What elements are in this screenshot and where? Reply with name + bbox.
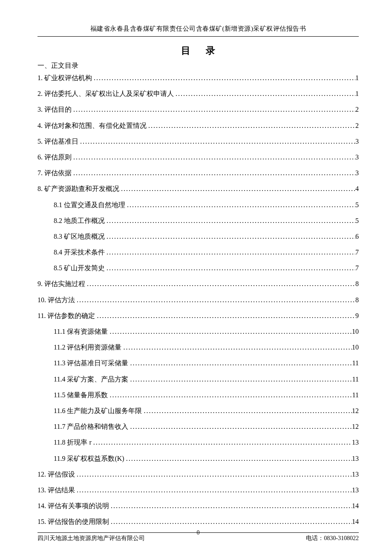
toc-entry: 11. 评估参数的确定 9 <box>37 311 359 321</box>
toc-entry: 5. 评估基准日 3 <box>37 136 359 147</box>
toc-entry-label: 11.7 产品价格和销售收入 <box>54 422 128 432</box>
toc-leader-dots <box>85 279 355 289</box>
toc-entry-label: 8.4 开采技术条件 <box>54 247 105 257</box>
toc-entry-label: 11.2 评估利用资源储量 <box>54 342 121 353</box>
toc-leader-dots <box>125 200 355 210</box>
toc-entry: 8. 矿产资源勘查和开发概况 4 <box>37 184 359 194</box>
toc-entry: 11.7 产品价格和销售收入 12 <box>37 422 359 432</box>
toc-entry-page: 12 <box>352 406 359 416</box>
toc-entry: 10. 评估方法 8 <box>37 295 359 305</box>
toc-entry-page: 7 <box>355 247 359 257</box>
toc-entry-label: 3. 评估目的 <box>37 104 72 115</box>
toc-entry-page: 5 <box>355 200 359 210</box>
toc-entry-page: 12 <box>352 422 359 432</box>
toc-entry-label: 11.6 生产能力及矿山服务年限 <box>54 406 142 416</box>
toc-entry: 8.5 矿山开发简史 7 <box>37 263 359 273</box>
toc-entry-label: 11.9 采矿权权益系数(K) <box>54 454 124 464</box>
toc-leader-dots <box>72 152 355 162</box>
toc-leader-dots <box>72 168 355 178</box>
toc-entry: 11.4 采矿方案、产品方案 11 <box>37 374 359 384</box>
footer-company: 四川天地源土地资源房地产评估有限公司 <box>37 535 145 542</box>
document-page: 福建省永春县含春煤矿有限责任公司含春煤矿(新增资源)采矿权评估报告书 目录 一、… <box>0 0 392 555</box>
toc-entry: 11.6 生产能力及矿山服务年限 12 <box>37 406 359 416</box>
toc-entry-label: 4. 评估对象和范围、有偿化处置情况 <box>37 121 147 131</box>
toc-entry-page: 13 <box>352 437 359 448</box>
toc-entry-page: 13 <box>352 454 359 464</box>
toc-list: 1. 矿业权评估机构 12. 评估委托人、采矿权出让人及采矿权申请人 13. 评… <box>37 73 359 527</box>
toc-entry-page: 14 <box>352 517 359 527</box>
toc-entry: 3. 评估目的 2 <box>37 104 359 115</box>
toc-leader-dots <box>121 342 352 353</box>
toc-entry-page: 8 <box>355 279 359 289</box>
toc-entry-page: 11 <box>352 374 359 384</box>
toc-entry-label: 8.3 矿区地质概况 <box>54 231 105 242</box>
toc-entry-label: 8.1 位置交通及自然地理 <box>54 200 125 210</box>
toc-entry-page: 4 <box>355 184 359 194</box>
toc-entry-page: 7 <box>355 263 359 273</box>
toc-entry: 11.9 采矿权权益系数(K) 13 <box>37 454 359 464</box>
toc-entry: 12. 评估假设 13 <box>37 469 359 480</box>
toc-entry: 11.3 评估基准日可采储量 11 <box>37 358 359 368</box>
toc-entry-page: 9 <box>355 311 359 321</box>
toc-leader-dots <box>108 390 352 400</box>
toc-entry-page: 3 <box>355 152 359 162</box>
toc-leader-dots <box>72 104 355 115</box>
toc-leader-dots <box>147 121 355 131</box>
page-header: 福建省永春县含春煤矿有限责任公司含春煤矿(新增资源)采矿权评估报告书 <box>37 25 359 35</box>
toc-leader-dots <box>75 485 352 495</box>
page-footer: 四川天地源土地资源房地产评估有限公司 0 电话：0830-3108022 <box>37 535 359 542</box>
toc-leader-dots <box>105 231 355 242</box>
toc-entry-page: 10 <box>352 342 359 353</box>
footer-page-number: 0 <box>197 529 200 536</box>
toc-entry-label: 2. 评估委托人、采矿权出让人及采矿权申请人 <box>37 89 174 99</box>
toc-entry: 2. 评估委托人、采矿权出让人及采矿权申请人 1 <box>37 89 359 99</box>
toc-entry-page: 13 <box>352 485 359 495</box>
toc-entry-label: 8.5 矿山开发简史 <box>54 263 105 273</box>
toc-leader-dots <box>95 311 355 321</box>
toc-entry: 6. 评估原则 3 <box>37 152 359 162</box>
header-divider <box>37 36 359 37</box>
toc-entry-label: 13. 评估结果 <box>37 485 75 495</box>
toc-entry-label: 11.3 评估基准日可采储量 <box>54 358 128 368</box>
section-heading: 一、正文目录 <box>37 61 359 70</box>
footer-phone: 电话：0830-3108022 <box>306 535 359 542</box>
toc-entry: 8.3 矿区地质概况 6 <box>37 231 359 242</box>
toc-leader-dots <box>92 73 355 83</box>
toc-entry-page: 13 <box>352 469 359 480</box>
toc-entry-label: 10. 评估方法 <box>37 295 75 305</box>
toc-entry: 8.4 开采技术条件 7 <box>37 247 359 257</box>
toc-entry-label: 11.4 采矿方案、产品方案 <box>54 374 128 384</box>
toc-leader-dots <box>128 358 352 368</box>
toc-entry-page: 11 <box>352 358 359 368</box>
toc-leader-dots <box>109 517 352 527</box>
toc-entry-page: 6 <box>355 231 359 242</box>
toc-entry: 9. 评估实施过程 8 <box>37 279 359 289</box>
toc-entry-label: 6. 评估原则 <box>37 152 72 162</box>
toc-entry: 11.8 折现率 r 13 <box>37 437 359 448</box>
toc-entry-label: 11. 评估参数的确定 <box>37 311 95 321</box>
toc-entry: 4. 评估对象和范围、有偿化处置情况 2 <box>37 121 359 131</box>
toc-leader-dots <box>142 406 352 416</box>
toc-leader-dots <box>105 247 355 257</box>
toc-entry-page: 3 <box>355 136 359 147</box>
toc-entry-label: 11.8 折现率 r <box>54 437 92 448</box>
toc-leader-dots <box>92 437 352 448</box>
toc-leader-dots <box>119 184 355 194</box>
toc-leader-dots <box>75 469 352 480</box>
toc-entry-label: 8.2 地质工作概况 <box>54 216 105 226</box>
toc-title: 目录 <box>37 44 359 57</box>
toc-entry-label: 9. 评估实施过程 <box>37 279 85 289</box>
toc-leader-dots <box>78 136 355 147</box>
toc-entry: 13. 评估结果 13 <box>37 485 359 495</box>
toc-entry-page: 5 <box>355 216 359 226</box>
toc-entry: 8.1 位置交通及自然地理 5 <box>37 200 359 210</box>
toc-entry: 11.5 储量备用系数 11 <box>37 390 359 400</box>
toc-leader-dots <box>105 216 355 226</box>
toc-entry-page: 8 <box>355 295 359 305</box>
toc-entry-label: 7. 评估依据 <box>37 168 72 178</box>
toc-entry: 1. 矿业权评估机构 1 <box>37 73 359 83</box>
toc-entry: 11.1 保有资源储量 10 <box>37 327 359 337</box>
toc-entry: 14. 评估有关事项的说明 14 <box>37 501 359 511</box>
toc-entry-page: 3 <box>355 168 359 178</box>
toc-entry-page: 11 <box>352 390 359 400</box>
